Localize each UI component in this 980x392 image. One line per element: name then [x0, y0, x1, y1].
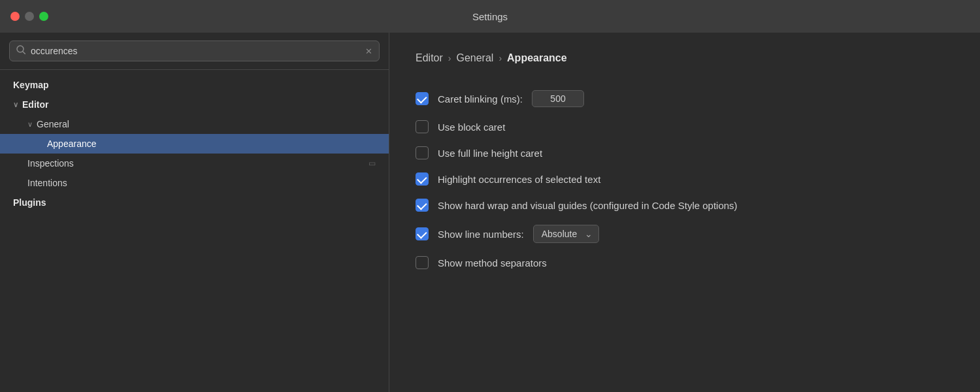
label-full-line-height-caret: Use full line height caret	[438, 148, 542, 159]
label-hard-wrap: Show hard wrap and visual guides (config…	[438, 200, 738, 211]
select-line-numbers[interactable]: Absolute Relative Hybrid	[533, 225, 599, 243]
breadcrumb-appearance: Appearance	[507, 52, 567, 64]
svg-line-1	[23, 52, 25, 54]
checkbox-line-numbers[interactable]	[416, 227, 429, 240]
sidebar: ✕ Keymap ∨ Editor ∨ General Appearance I…	[0, 33, 389, 392]
sidebar-item-keymap-label: Keymap	[13, 80, 48, 90]
checkbox-caret-blinking[interactable]	[416, 92, 429, 105]
nav-list: Keymap ∨ Editor ∨ General Appearance Ins…	[0, 70, 389, 392]
checkbox-full-line-height-caret[interactable]	[416, 146, 429, 159]
inspections-icon: ▭	[368, 159, 376, 168]
sidebar-item-intentions-label: Intentions	[27, 178, 67, 188]
breadcrumb: Editor › General › Appearance	[416, 52, 954, 64]
search-bar: ✕	[0, 33, 389, 70]
sidebar-item-editor-label: Editor	[22, 99, 48, 110]
breadcrumb-general: General	[456, 52, 493, 64]
sidebar-item-editor[interactable]: ∨ Editor	[0, 95, 389, 114]
setting-method-separators: Show method separators	[416, 250, 954, 276]
setting-full-line-height-caret: Use full line height caret	[416, 140, 954, 166]
setting-highlight-occurrences: Highlight occurrences of selected text	[416, 166, 954, 192]
chevron-down-icon: ∨	[13, 101, 18, 109]
content-area: Editor › General › Appearance Caret blin…	[389, 33, 980, 392]
settings-list: Caret blinking (ms): Use block caret Use…	[416, 84, 954, 276]
close-button[interactable]	[10, 12, 20, 21]
search-icon	[16, 45, 25, 57]
sidebar-item-inspections-label: Inspections	[27, 158, 74, 169]
title-bar: Settings	[0, 0, 980, 33]
sidebar-item-plugins[interactable]: Plugins	[0, 193, 389, 212]
sidebar-item-plugins-label: Plugins	[13, 197, 46, 208]
sidebar-item-intentions[interactable]: Intentions	[0, 173, 389, 193]
chevron-down-icon: ∨	[27, 120, 33, 129]
maximize-button[interactable]	[39, 12, 48, 21]
sidebar-item-appearance[interactable]: Appearance	[0, 134, 389, 154]
search-input[interactable]	[31, 46, 360, 56]
breadcrumb-sep-1: ›	[448, 53, 451, 63]
minimize-button[interactable]	[25, 12, 34, 21]
label-line-numbers: Show line numbers:	[438, 229, 524, 240]
sidebar-item-general-label: General	[37, 119, 69, 129]
sidebar-item-appearance-label: Appearance	[47, 139, 97, 149]
traffic-lights	[10, 12, 48, 21]
main-layout: ✕ Keymap ∨ Editor ∨ General Appearance I…	[0, 33, 980, 392]
breadcrumb-editor: Editor	[416, 52, 443, 64]
setting-block-caret: Use block caret	[416, 114, 954, 140]
label-method-separators: Show method separators	[438, 257, 547, 269]
sidebar-item-general[interactable]: ∨ General	[0, 114, 389, 134]
sidebar-item-keymap[interactable]: Keymap	[0, 75, 389, 95]
breadcrumb-sep-2: ›	[498, 53, 502, 63]
label-block-caret: Use block caret	[438, 122, 505, 133]
label-highlight-occurrences: Highlight occurrences of selected text	[438, 174, 600, 185]
setting-caret-blinking: Caret blinking (ms):	[416, 84, 954, 114]
checkbox-hard-wrap[interactable]	[416, 199, 429, 212]
search-clear-button[interactable]: ✕	[365, 46, 372, 56]
setting-hard-wrap: Show hard wrap and visual guides (config…	[416, 192, 954, 218]
label-caret-blinking: Caret blinking (ms):	[438, 93, 523, 105]
search-input-wrapper: ✕	[9, 41, 380, 61]
checkbox-highlight-occurrences[interactable]	[416, 172, 429, 186]
window-title: Settings	[472, 11, 508, 22]
checkbox-method-separators[interactable]	[416, 256, 429, 269]
setting-line-numbers: Show line numbers: Absolute Relative Hyb…	[416, 218, 954, 250]
checkbox-block-caret[interactable]	[416, 120, 429, 133]
sidebar-item-inspections[interactable]: Inspections ▭	[0, 154, 389, 173]
select-wrapper-line-numbers: Absolute Relative Hybrid	[533, 225, 599, 243]
input-caret-blinking[interactable]	[532, 90, 584, 107]
